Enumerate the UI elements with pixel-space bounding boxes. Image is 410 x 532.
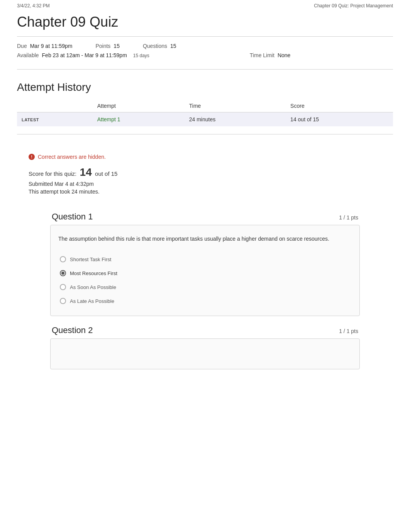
col-attempt: Attempt — [93, 100, 185, 112]
option-shortest-task[interactable]: Shortest Task First — [58, 252, 352, 266]
radio-most-resources[interactable] — [60, 270, 66, 276]
available-value: Feb 23 at 12am - Mar 9 at 11:59pm — [42, 52, 127, 58]
latest-badge: LATEST — [22, 117, 39, 122]
radio-asap[interactable] — [60, 284, 66, 290]
question-1-header: Question 1 1 / 1 pts — [50, 212, 360, 222]
col-time: Time — [185, 100, 286, 112]
table-row: LATESTAttempt 124 minutes14 out of 15 — [17, 112, 393, 127]
radio-alap[interactable] — [60, 298, 66, 304]
due-value: Mar 9 at 11:59pm — [30, 43, 73, 49]
badge-cell: LATEST — [17, 112, 93, 127]
option-shortest-label: Shortest Task First — [70, 257, 111, 262]
question-1-title: Question 1 — [52, 212, 93, 222]
question-1-text: The assumption behind this rule is that … — [58, 235, 352, 243]
table-divider — [17, 134, 393, 134]
table-header-row: Attempt Time Score — [17, 100, 393, 112]
due-label: Due — [17, 43, 27, 49]
available-sub: 15 days — [133, 53, 149, 58]
notice-icon: ! — [29, 154, 35, 160]
score-line: Score for this quiz: 14 out of 15 — [29, 166, 381, 178]
question-1-pts: 1 / 1 pts — [339, 214, 358, 221]
question-2-block: Question 2 1 / 1 pts — [50, 325, 360, 369]
result-section: ! Correct answers are hidden. Score for … — [17, 146, 393, 202]
radio-shortest[interactable] — [60, 256, 66, 262]
col-score: Score — [286, 100, 393, 112]
option-alap[interactable]: As Late As Possible — [58, 294, 352, 308]
question-2-header: Question 2 1 / 1 pts — [50, 325, 360, 335]
top-bar: 3/4/22, 4:32 PM Chapter 09 Quiz: Project… — [0, 0, 410, 10]
page-title: Chapter 09 Quiz — [0, 10, 410, 36]
points-item: Points 15 — [95, 43, 120, 49]
submitted-line: Submitted Mar 4 at 4:32pm — [29, 181, 381, 187]
timelimit-item: Time Limit None — [250, 52, 291, 58]
question-1-block: Question 1 1 / 1 pts The assumption behi… — [50, 212, 360, 316]
timelimit-label: Time Limit — [250, 52, 274, 58]
question-1-body: The assumption behind this rule is that … — [50, 225, 360, 316]
points-value: 15 — [114, 43, 120, 49]
due-item: Due Mar 9 at 11:59pm — [17, 43, 72, 49]
correct-hidden-notice: ! Correct answers are hidden. — [29, 154, 381, 160]
option-most-resources-label: Most Resources First — [70, 270, 117, 276]
quiz-meta: Due Mar 9 at 11:59pm Points 15 Questions… — [0, 37, 410, 69]
top-bar-right: Chapter 09 Quiz: Project Management — [314, 3, 393, 8]
quiz-meta-row-2: Available Feb 23 at 12am - Mar 9 at 11:5… — [17, 52, 393, 58]
score-value: 14 — [80, 166, 92, 178]
time-cell: 24 minutes — [185, 112, 286, 127]
question-2-body — [50, 338, 360, 369]
attempt-table: Attempt Time Score LATESTAttempt 124 min… — [17, 100, 393, 126]
attempt-link[interactable]: Attempt 1 — [97, 116, 120, 122]
questions-value: 15 — [170, 43, 176, 49]
option-alap-label: As Late As Possible — [70, 298, 114, 304]
questions-label: Questions — [143, 43, 167, 49]
quiz-meta-row-1: Due Mar 9 at 11:59pm Points 15 Questions… — [17, 43, 393, 49]
question-2-title: Question 2 — [52, 325, 93, 335]
score-prefix: Score for this quiz: — [29, 170, 76, 177]
score-cell: 14 out of 15 — [286, 112, 393, 127]
available-label: Available — [17, 52, 39, 58]
took-line: This attempt took 24 minutes. — [29, 189, 381, 195]
timelimit-value: None — [278, 52, 290, 58]
points-label: Points — [95, 43, 110, 49]
option-asap[interactable]: As Soon As Possible — [58, 280, 352, 294]
score-suffix: out of 15 — [95, 170, 117, 177]
question-2-pts: 1 / 1 pts — [339, 328, 358, 334]
questions-item: Questions 15 — [143, 43, 176, 49]
option-most-resources[interactable]: Most Resources First — [58, 266, 352, 280]
attempt-history-title: Attempt History — [0, 70, 410, 100]
attempt-cell[interactable]: Attempt 1 — [93, 112, 185, 127]
notice-text: Correct answers are hidden. — [38, 154, 106, 160]
top-bar-left: 3/4/22, 4:32 PM — [17, 3, 50, 8]
option-asap-label: As Soon As Possible — [70, 284, 116, 290]
col-badge — [17, 100, 93, 112]
available-item: Available Feb 23 at 12am - Mar 9 at 11:5… — [17, 52, 149, 58]
